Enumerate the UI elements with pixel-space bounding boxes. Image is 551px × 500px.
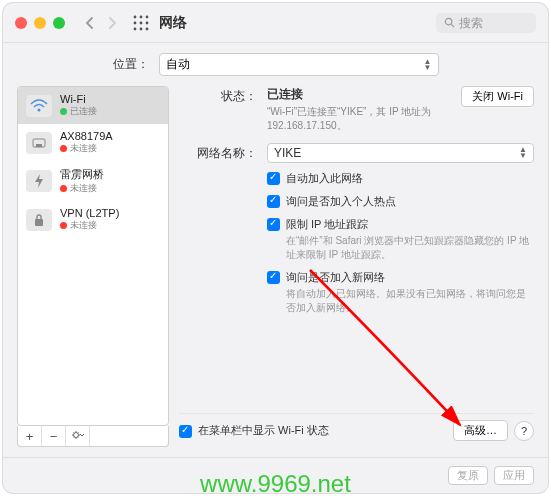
- checkbox-label: 询问是否加入个人热点: [286, 194, 396, 209]
- svg-point-1: [140, 15, 143, 18]
- sidebar-item-label: Wi-Fi: [60, 93, 160, 105]
- svg-rect-13: [36, 144, 42, 147]
- status-label: 状态：: [179, 86, 267, 133]
- status-dot-icon: [60, 185, 67, 192]
- search-icon: [444, 17, 455, 28]
- sidebar-item-label: 雷雳网桥: [60, 167, 160, 182]
- location-select[interactable]: 自动 ▲▼: [159, 53, 439, 76]
- status-value: 已连接: [267, 86, 451, 103]
- add-interface-button[interactable]: +: [18, 426, 42, 446]
- zoom-window-button[interactable]: [53, 17, 65, 29]
- window-controls: [15, 17, 65, 29]
- remove-interface-button[interactable]: −: [42, 426, 66, 446]
- ethernet-icon: [26, 132, 52, 154]
- search-field[interactable]: [436, 13, 536, 33]
- interface-actions-button[interactable]: [66, 426, 90, 446]
- apply-button[interactable]: 应用: [494, 466, 534, 485]
- help-button[interactable]: ?: [514, 421, 534, 441]
- checkbox-description: 将自动加入已知网络。如果没有已知网络，将询问您是否加入新网络。: [286, 287, 534, 315]
- checkbox-label: 限制 IP 地址跟踪: [286, 217, 534, 232]
- location-row: 位置： 自动 ▲▼: [3, 43, 548, 86]
- sidebar-footer: + −: [17, 426, 169, 447]
- sidebar-item-thunderbolt[interactable]: 雷雳网桥 未连接: [18, 161, 168, 201]
- show-all-icon[interactable]: [133, 15, 149, 31]
- revert-button[interactable]: 复原: [448, 466, 488, 485]
- svg-point-3: [134, 21, 137, 24]
- network-name-label: 网络名称：: [179, 143, 267, 323]
- updown-icon: ▲▼: [424, 59, 432, 71]
- svg-point-11: [38, 108, 41, 111]
- wifi-icon: [26, 95, 52, 117]
- interface-list[interactable]: Wi-Fi 已连接 AX88179A 未连接: [17, 86, 169, 426]
- svg-point-4: [140, 21, 143, 24]
- checkbox-label: 自动加入此网络: [286, 171, 363, 186]
- svg-line-10: [451, 24, 454, 27]
- ask-hotspot-checkbox[interactable]: [267, 195, 280, 208]
- updown-icon: ▲▼: [519, 147, 527, 159]
- back-button[interactable]: [79, 12, 101, 34]
- svg-point-7: [140, 27, 143, 30]
- location-label: 位置：: [113, 56, 149, 73]
- menubar-checkbox-label: 在菜单栏中显示 Wi-Fi 状态: [198, 423, 329, 438]
- svg-rect-14: [35, 219, 43, 226]
- auto-join-checkbox[interactable]: [267, 172, 280, 185]
- status-description: “Wi-Fi”已连接至“YIKE”，其 IP 地址为 192.168.17.15…: [267, 105, 451, 133]
- sidebar-item-label: VPN (L2TP): [60, 207, 160, 219]
- thunderbolt-icon: [26, 170, 52, 192]
- content-area: Wi-Fi 已连接 AX88179A 未连接: [3, 86, 548, 457]
- turn-off-wifi-button[interactable]: 关闭 Wi-Fi: [461, 86, 534, 107]
- svg-point-0: [134, 15, 137, 18]
- close-window-button[interactable]: [15, 17, 27, 29]
- status-dot-icon: [60, 145, 67, 152]
- forward-button[interactable]: [101, 12, 123, 34]
- sidebar-item-ethernet[interactable]: AX88179A 未连接: [18, 124, 168, 161]
- lock-icon: [26, 209, 52, 231]
- svg-point-6: [134, 27, 137, 30]
- network-name-value: YIKE: [274, 146, 301, 160]
- sidebar: Wi-Fi 已连接 AX88179A 未连接: [17, 86, 169, 447]
- limit-ip-tracking-checkbox[interactable]: [267, 218, 280, 231]
- svg-point-8: [146, 27, 149, 30]
- checkbox-description: 在“邮件”和 Safari 浏览器中对已知跟踪器隐藏您的 IP 地址来限制 IP…: [286, 234, 534, 262]
- svg-point-15: [73, 433, 78, 438]
- search-input[interactable]: [459, 16, 519, 30]
- sidebar-item-label: AX88179A: [60, 130, 160, 142]
- show-menubar-checkbox[interactable]: [179, 425, 192, 438]
- network-name-select[interactable]: YIKE ▲▼: [267, 143, 534, 163]
- detail-panel: 状态： 已连接 “Wi-Fi”已连接至“YIKE”，其 IP 地址为 192.1…: [179, 86, 534, 447]
- titlebar: 网络: [3, 3, 548, 43]
- window-footer: 复原 应用: [3, 457, 548, 493]
- checkbox-label: 询问是否加入新网络: [286, 270, 534, 285]
- advanced-button[interactable]: 高级…: [453, 420, 508, 441]
- svg-point-5: [146, 21, 149, 24]
- checkbox-row: 询问是否加入个人热点: [267, 194, 534, 209]
- status-dot-icon: [60, 108, 67, 115]
- checkbox-row: 限制 IP 地址跟踪 在“邮件”和 Safari 浏览器中对已知跟踪器隐藏您的 …: [267, 217, 534, 262]
- svg-point-9: [445, 18, 451, 24]
- status-dot-icon: [60, 222, 67, 229]
- minimize-window-button[interactable]: [34, 17, 46, 29]
- checkbox-row: 自动加入此网络: [267, 171, 534, 186]
- sidebar-item-vpn[interactable]: VPN (L2TP) 未连接: [18, 201, 168, 238]
- checkbox-row: 询问是否加入新网络 将自动加入已知网络。如果没有已知网络，将询问您是否加入新网络…: [267, 270, 534, 315]
- location-value: 自动: [166, 56, 190, 73]
- window-title: 网络: [159, 14, 187, 32]
- network-preferences-window: 网络 位置： 自动 ▲▼ Wi-Fi 已连接: [3, 3, 548, 493]
- sidebar-item-wifi[interactable]: Wi-Fi 已连接: [18, 87, 168, 124]
- ask-new-network-checkbox[interactable]: [267, 271, 280, 284]
- svg-point-2: [146, 15, 149, 18]
